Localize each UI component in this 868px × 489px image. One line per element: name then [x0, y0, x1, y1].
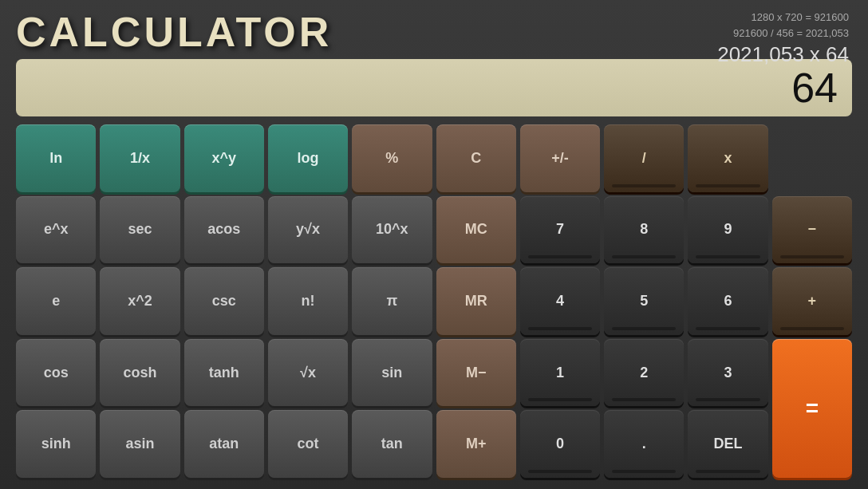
n7-button[interactable]: 7 — [520, 196, 600, 264]
nfact-button[interactable]: n! — [268, 267, 348, 335]
tanh-button[interactable]: tanh — [184, 339, 264, 407]
n3-button[interactable]: 3 — [688, 339, 767, 407]
clr-button[interactable]: C — [436, 124, 516, 192]
n6-button[interactable]: 6 — [688, 267, 767, 335]
atan-button[interactable]: atan — [184, 410, 264, 478]
n9-button[interactable]: 9 — [688, 196, 767, 264]
log-button[interactable]: log — [268, 124, 348, 192]
10px-button[interactable]: 10^x — [352, 196, 432, 264]
xsq-button[interactable]: x^2 — [100, 267, 180, 335]
sinh-button[interactable]: sinh — [16, 410, 96, 478]
info-line2: 921600 / 456 = 2021,053 — [717, 26, 849, 41]
sin-button[interactable]: sin — [352, 339, 432, 407]
n5-button[interactable]: 5 — [604, 267, 684, 335]
div-button[interactable]: / — [604, 124, 684, 192]
n2-button[interactable]: 2 — [604, 339, 684, 407]
asin-button[interactable]: asin — [100, 410, 180, 478]
tan-button[interactable]: tan — [352, 410, 432, 478]
n4-button[interactable]: 4 — [520, 267, 600, 335]
mc-button[interactable]: MC — [436, 196, 516, 264]
inv-button[interactable]: 1/x — [100, 124, 180, 192]
display-value: 64 — [791, 64, 838, 112]
cos-button[interactable]: cos — [16, 339, 96, 407]
xpowy-button[interactable]: x^y — [184, 124, 264, 192]
button-grid: ln1/xx^ylog%C+/-/xe^xsecacosy√x10^xMC789… — [16, 124, 852, 478]
dot-button[interactable]: . — [604, 410, 684, 478]
csc-button[interactable]: csc — [184, 267, 264, 335]
ysqx-button[interactable]: y√x — [268, 196, 348, 264]
n0-button[interactable]: 0 — [520, 410, 600, 478]
info-line3: 2021,053 x 64 — [717, 42, 849, 67]
sqrt-button[interactable]: √x — [268, 339, 348, 407]
sub-button[interactable]: − — [772, 196, 852, 264]
pct-button[interactable]: % — [352, 124, 432, 192]
e-button[interactable]: e — [16, 267, 96, 335]
add-button[interactable]: + — [772, 267, 852, 335]
calculator-app: CALCULATOR 1280 x 720 = 921600 921600 / … — [0, 0, 868, 489]
mplus-button[interactable]: M+ — [436, 410, 516, 478]
acos-button[interactable]: acos — [184, 196, 264, 264]
info-display: 1280 x 720 = 921600 921600 / 456 = 2021,… — [717, 10, 849, 67]
ex-button[interactable]: e^x — [16, 196, 96, 264]
sec-button[interactable]: sec — [100, 196, 180, 264]
mr-button[interactable]: MR — [436, 267, 516, 335]
ln-button[interactable]: ln — [16, 124, 96, 192]
n8-button[interactable]: 8 — [604, 196, 684, 264]
n1-button[interactable]: 1 — [520, 339, 600, 407]
eq-button[interactable]: = — [772, 339, 852, 478]
mul-button[interactable]: x — [688, 124, 767, 192]
info-line1: 1280 x 720 = 921600 — [717, 10, 849, 26]
cosh-button[interactable]: cosh — [100, 339, 180, 407]
pi-button[interactable]: π — [352, 267, 432, 335]
del-button[interactable]: DEL — [688, 410, 767, 478]
display-panel: 64 — [16, 59, 852, 116]
pm-button[interactable]: +/- — [520, 124, 600, 192]
cot-button[interactable]: cot — [268, 410, 348, 478]
mminus-button[interactable]: M− — [436, 339, 516, 407]
